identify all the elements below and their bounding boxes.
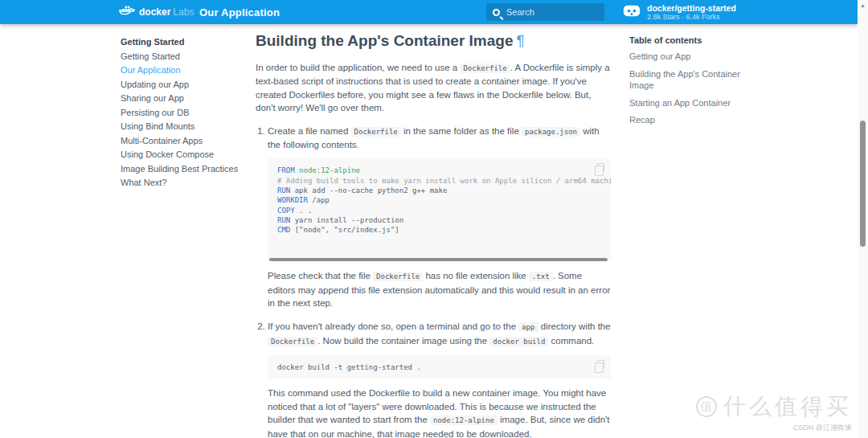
- file-extension-note-paragraph: Please check that the file Dockerfile ha…: [268, 269, 611, 309]
- page-scrollbar[interactable]: ▲: [858, 0, 868, 438]
- list-item-step-2: If you haven't already done so, open a t…: [268, 320, 611, 438]
- page-heading-text: Building the App's Container Image: [256, 32, 514, 49]
- sidebar-item-sharing-our-app[interactable]: Sharing our App: [121, 92, 253, 106]
- inline-code-package-json: package.json: [522, 127, 580, 137]
- navbar-page-title: Our Application: [199, 0, 280, 24]
- docker-whale-icon: [119, 5, 139, 20]
- main-content: Building the App's Container Image¶ In o…: [256, 31, 611, 438]
- inline-code-txt: .txt: [529, 272, 553, 281]
- toc-item-recap[interactable]: Recap: [629, 114, 760, 126]
- sidebar-item-persisting-our-db[interactable]: Persisting our DB: [121, 106, 253, 121]
- sidebar-section-getting-started[interactable]: Getting Started: [121, 35, 253, 50]
- inline-code-app: app: [518, 322, 538, 332]
- watermark: 值 什么值得买 CSDN @江湖有缘: [696, 391, 852, 433]
- repo-stats: 2.8k Stars · 6.4k Forks: [647, 13, 736, 21]
- toc-item-getting-our-app[interactable]: Getting our App: [629, 51, 760, 63]
- list-item-step-1: Create a file named Dockerfile in the sa…: [268, 125, 611, 310]
- sidebar-item-our-application[interactable]: Our Application: [121, 63, 253, 78]
- sidebar-item-what-next[interactable]: What Next?: [121, 176, 253, 190]
- github-repo-link[interactable]: docker/getting-started 2.8k Stars · 6.4k…: [623, 0, 736, 24]
- search-icon: [493, 9, 500, 16]
- sidebar-item-using-docker-compose[interactable]: Using Docker Compose: [121, 148, 253, 162]
- sidebar-nav: Getting Started Getting Started Our Appl…: [121, 35, 253, 190]
- page-heading: Building the App's Container Image¶: [256, 31, 611, 51]
- command-explanation-paragraph: This command used the Dockerfile to buil…: [268, 387, 611, 438]
- scroll-up-arrow-icon[interactable]: ▲: [858, 0, 868, 8]
- top-navbar: docker Labs Our Application docker/getti…: [0, 0, 858, 24]
- inline-code-dockerfile: Dockerfile: [351, 127, 401, 137]
- watermark-subtext: CSDN @江湖有缘: [696, 423, 852, 433]
- toc-item-starting-an-app-container[interactable]: Starting an App Container: [629, 97, 760, 109]
- scrollbar-thumb[interactable]: [860, 121, 866, 247]
- table-of-contents: Table of contents Getting our App Buildi…: [629, 35, 760, 132]
- toc-item-building-the-apps-container-image[interactable]: Building the App's Container Image: [629, 68, 760, 92]
- inline-code-dockerfile: Dockerfile: [373, 272, 423, 281]
- inline-code-dockerfile: Dockerfile: [460, 63, 510, 73]
- inline-code-node-12-alpine: node:12-alpine: [430, 415, 497, 425]
- toc-title: Table of contents: [629, 35, 760, 45]
- sidebar-item-using-bind-mounts[interactable]: Using Bind Mounts: [121, 120, 253, 134]
- steps-list: Create a file named Dockerfile in the sa…: [256, 125, 611, 438]
- copy-icon[interactable]: [597, 163, 604, 172]
- docker-labs-logo[interactable]: docker Labs: [119, 0, 194, 24]
- watermark-logo-icon: 值: [696, 396, 717, 417]
- watermark-text: 什么值得买: [723, 391, 852, 422]
- sidebar-item-image-building-best-practices[interactable]: Image Building Best Practices: [121, 162, 253, 177]
- docker-build-code-block: docker build -t getting-started .: [268, 355, 611, 379]
- search-input[interactable]: [506, 7, 595, 17]
- search-box[interactable]: [486, 3, 604, 21]
- sidebar-item-getting-started[interactable]: Getting Started: [121, 50, 253, 64]
- brand-labs-label: Labs: [173, 6, 194, 18]
- github-icon: [623, 4, 641, 21]
- copy-icon[interactable]: [597, 360, 604, 369]
- inline-code-dockerfile: Dockerfile: [268, 337, 317, 346]
- intro-paragraph: In order to build the application, we ne…: [256, 61, 611, 115]
- brand-docker-label: docker: [139, 6, 170, 18]
- sidebar-item-updating-our-app[interactable]: Updating our App: [121, 78, 253, 92]
- sidebar-item-multi-container-apps[interactable]: Multi-Container Apps: [121, 134, 253, 149]
- inline-code-docker-build: docker build: [489, 337, 548, 346]
- code-hscrollbar-thumb[interactable]: [269, 258, 608, 261]
- heading-anchor-link[interactable]: ¶: [517, 32, 525, 49]
- dockerfile-code-block: FROM node:12-alpine# Adding build tools …: [268, 158, 611, 261]
- repo-name: docker/getting-started: [647, 3, 736, 13]
